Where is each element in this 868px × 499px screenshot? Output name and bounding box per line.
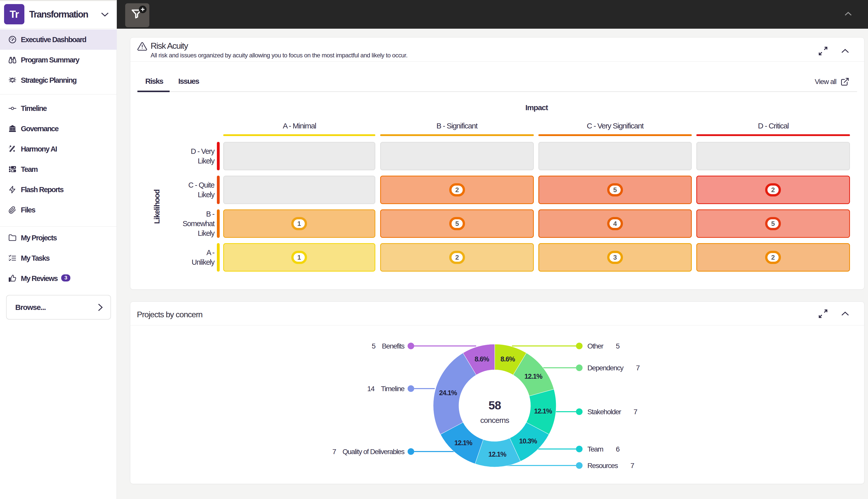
svg-text:12.1%: 12.1%	[525, 373, 542, 380]
svg-text:12.1%: 12.1%	[534, 407, 552, 415]
svg-text:concerns: concerns	[480, 416, 509, 424]
svg-text:10.3%: 10.3%	[519, 437, 537, 445]
svg-text:8.6%: 8.6%	[501, 355, 515, 363]
svg-text:12.1%: 12.1%	[454, 439, 472, 447]
svg-text:24.1%: 24.1%	[439, 389, 457, 397]
svg-text:58: 58	[489, 399, 501, 412]
svg-text:12.1%: 12.1%	[489, 451, 506, 458]
svg-text:8.6%: 8.6%	[475, 355, 489, 363]
